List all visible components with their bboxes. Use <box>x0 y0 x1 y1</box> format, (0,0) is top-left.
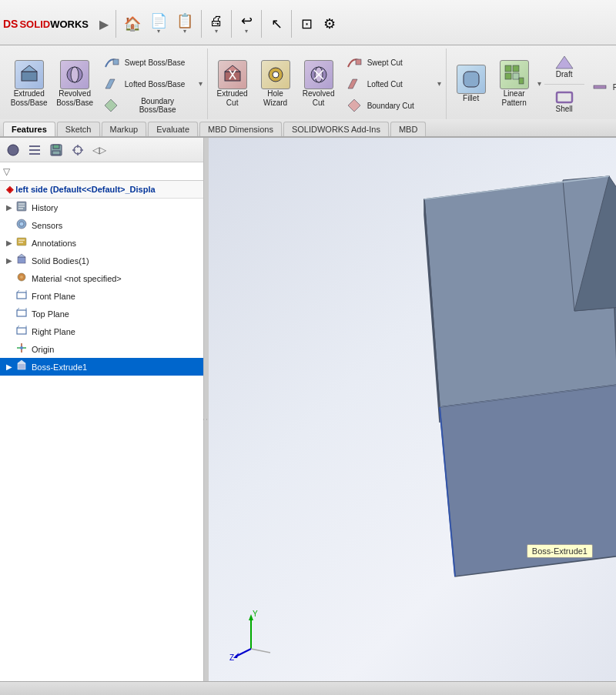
tab-evaluate[interactable]: Evaluate <box>148 122 198 136</box>
save-button[interactable]: 📋 ▾ <box>172 8 197 39</box>
build-chevron: ▾ <box>215 28 218 35</box>
tree-item-boss-extrude1[interactable]: ▶ Boss-Extrude1 <box>0 358 203 376</box>
panel-arrow-btn[interactable]: ◁▷ <box>89 141 109 159</box>
fillet-button[interactable]: Fillet <box>451 55 491 113</box>
svg-marker-8 <box>225 65 240 72</box>
boss-extrude1-expand[interactable]: ▶ <box>6 363 15 371</box>
svg-marker-19 <box>348 99 360 112</box>
history-expand[interactable]: ▶ <box>6 203 15 212</box>
toolbar-sep-3 <box>231 10 232 38</box>
panel-tree-btn[interactable] <box>3 141 23 159</box>
svg-point-3 <box>71 67 79 82</box>
tree-item-front-plane[interactable]: Front Plane <box>0 287 203 305</box>
tree-item-sensors[interactable]: Sensors <box>0 216 203 234</box>
revolved-boss-base-button[interactable]: RevolvedBoss/Base <box>53 55 95 113</box>
panel-save-btn[interactable] <box>46 141 66 159</box>
tab-markup[interactable]: Markup <box>102 122 147 136</box>
rib-icon <box>591 79 608 95</box>
lofted-boss-base-button[interactable]: Lofted Boss/Base <box>99 74 196 94</box>
swept-boss-base-button[interactable]: Swept Boss/Base <box>99 52 196 72</box>
boundary-boss-icon <box>103 97 119 114</box>
solid-bodies-icon <box>15 253 29 268</box>
svg-rect-7 <box>225 72 240 81</box>
draft-shell-group: Draft Shell <box>544 53 584 115</box>
annotations-expand[interactable]: ▶ <box>6 239 15 247</box>
tree-item-origin[interactable]: Origin <box>0 340 203 358</box>
select-button[interactable]: ↖ <box>266 8 287 39</box>
tab-solidworks-addins[interactable]: SOLIDWORKS Add-Ins <box>283 122 389 136</box>
svg-point-53 <box>20 276 23 279</box>
revolved-cut-icon <box>304 60 333 89</box>
linear-pattern-button[interactable]: LinearPattern <box>494 55 534 113</box>
solid-bodies-expand[interactable]: ▶ <box>6 256 15 265</box>
extruded-boss-base-button[interactable]: ExtrudedBoss/Base <box>8 55 50 113</box>
right-plane-icon <box>15 324 29 339</box>
tree-item-right-plane[interactable]: Right Plane <box>0 322 203 340</box>
linear-pattern-icon <box>500 60 529 89</box>
tree-item-history[interactable]: ▶ History <box>0 199 203 216</box>
open-chevron: ▾ <box>157 28 160 35</box>
expand-arrow-icon[interactable]: ▶ <box>96 15 112 33</box>
svg-rect-22 <box>513 65 519 72</box>
extruded-cut-button[interactable]: ExtrudedCut <box>213 55 253 113</box>
svg-rect-34 <box>53 145 59 149</box>
rib-group: Rib <box>588 71 616 97</box>
build-button[interactable]: 🖨 ▾ <box>206 8 227 39</box>
tab-mbd[interactable]: MBD <box>390 122 426 136</box>
panel-list-btn[interactable] <box>25 141 45 159</box>
revolved-cut-button[interactable]: RevolvedCut <box>299 55 339 113</box>
linear-pattern-expand[interactable]: ▾ <box>537 79 541 89</box>
options-button[interactable]: ⚙ <box>319 8 340 39</box>
viewport[interactable]: Boss-Extrude1 Y Z <box>209 138 616 695</box>
svg-rect-35 <box>52 151 60 155</box>
svg-rect-31 <box>29 149 40 151</box>
open-button[interactable]: 📄 ▾ <box>146 8 171 39</box>
svg-rect-25 <box>519 78 524 84</box>
lofted-cut-button[interactable]: Lofted Cut <box>342 74 434 94</box>
material-label: Material <not specified> <box>32 274 200 283</box>
tree-item-top-plane[interactable]: Top Plane <box>0 305 203 322</box>
hole-wizard-button[interactable]: HoleWizard <box>256 55 296 113</box>
tab-sketch[interactable]: Sketch <box>57 122 100 136</box>
swept-cut-button[interactable]: Swept Cut <box>342 52 434 72</box>
tab-features[interactable]: Features <box>3 122 55 136</box>
panel-crosshair-btn[interactable] <box>68 141 88 159</box>
tree-item-annotations[interactable]: ▶ Annotations <box>0 234 203 252</box>
toolbar-sep-4 <box>261 10 262 38</box>
annotations-label: Annotations <box>32 239 200 248</box>
ribbon-tabs: Features Sketch Markup Evaluate MBD Dime… <box>0 119 616 136</box>
rib-button[interactable]: Rib <box>588 77 616 97</box>
boss-group-expand[interactable]: ▾ <box>199 79 203 89</box>
ribbon: ExtrudedBoss/Base RevolvedBoss/Base Swep… <box>0 45 616 138</box>
boundary-cut-label: Boundary Cut <box>367 102 414 110</box>
filter-icon: ▽ <box>3 166 10 177</box>
tab-mbd-dimensions[interactable]: MBD Dimensions <box>199 122 282 136</box>
shell-button[interactable]: Shell <box>544 88 584 115</box>
main-area: ◁▷ ▽ ◈ left side (Default<<Default>_Disp… <box>0 138 616 695</box>
boundary-boss-base-button[interactable]: Boundary Boss/Base <box>99 95 196 115</box>
features-group: Fillet LinearPattern ▾ Draft <box>447 48 616 119</box>
svg-text:Z: Z <box>229 653 234 660</box>
logo-area: DS SOLIDWORKS <box>3 18 89 30</box>
top-plane-label: Top Plane <box>32 309 200 319</box>
sensors-label: Sensors <box>32 221 200 230</box>
boundary-cut-button[interactable]: Boundary Cut <box>342 95 434 115</box>
boundary-cut-icon <box>346 97 363 114</box>
tree-item-solid-bodies[interactable]: ▶ Solid Bodies(1) <box>0 252 203 269</box>
draft-icon <box>554 55 575 70</box>
view-toggle-button[interactable]: ⊡ <box>296 8 317 39</box>
extruded-boss-icon <box>15 60 44 89</box>
lofted-boss-icon <box>103 75 120 92</box>
home-icon: 🏠 <box>124 17 141 31</box>
cut-group-expand[interactable]: ▾ <box>437 79 441 89</box>
svg-rect-32 <box>29 153 40 155</box>
svg-marker-26 <box>556 56 573 68</box>
draft-button[interactable]: Draft <box>544 53 584 81</box>
solid-bodies-label: Solid Bodies(1) <box>32 256 200 266</box>
feature-tree[interactable]: ▶ History Sensors ▶ Annotation <box>0 199 203 695</box>
new-button[interactable]: 🏠 <box>120 8 145 39</box>
tree-item-material[interactable]: Material <not specified> <box>0 269 203 287</box>
undo-button[interactable]: ↩ ▾ <box>236 8 257 39</box>
history-icon <box>15 200 29 215</box>
swept-boss-icon <box>103 54 120 71</box>
